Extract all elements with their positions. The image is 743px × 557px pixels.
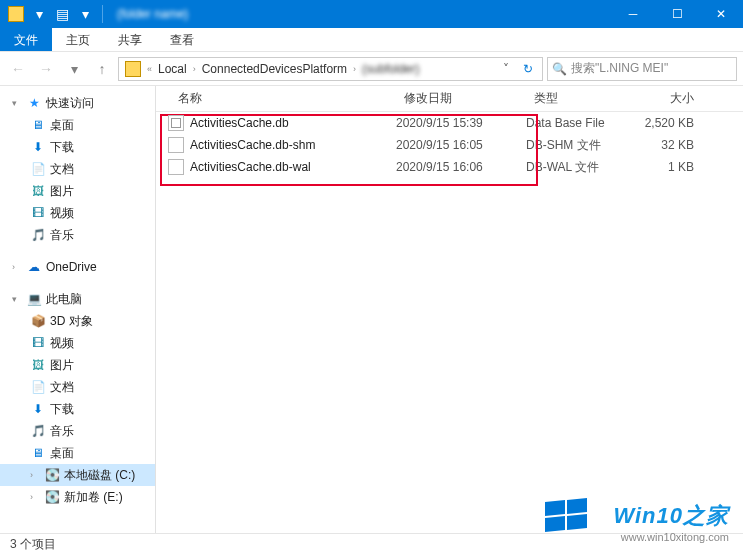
file-rows: ActivitiesCache.db 2020/9/15 15:39 Data … xyxy=(156,112,743,178)
column-headers: 名称 修改日期 类型 大小 xyxy=(156,86,743,112)
navigation-pane: ▾★快速访问 🖥桌面 ⬇下载 📄文档 🖼图片 🎞视频 🎵音乐 ›☁OneDriv… xyxy=(0,86,156,533)
title-bar: ▾ ▤ ▾ (folder name) ─ ☐ ✕ xyxy=(0,0,743,28)
qat-dropdown-icon[interactable]: ▾ xyxy=(29,4,49,24)
history-dropdown-icon[interactable]: ▾ xyxy=(62,57,86,81)
sidebar-item-music[interactable]: 🎵音乐 xyxy=(0,224,155,246)
status-bar: 3 个项目 xyxy=(0,533,743,555)
folder-icon xyxy=(125,61,141,77)
ribbon-tabs: 文件 主页 共享 查看 xyxy=(0,28,743,52)
file-icon xyxy=(168,159,184,175)
column-name[interactable]: 名称 xyxy=(156,90,396,107)
sidebar-item-desktop[interactable]: 🖥桌面 xyxy=(0,114,155,136)
tab-view[interactable]: 查看 xyxy=(156,28,208,51)
back-button[interactable]: ← xyxy=(6,57,30,81)
qat-overflow-icon[interactable]: ▾ xyxy=(75,4,95,24)
close-button[interactable]: ✕ xyxy=(699,0,743,28)
sidebar-item-videos2[interactable]: 🎞视频 xyxy=(0,332,155,354)
address-bar[interactable]: « Local › ConnectedDevicesPlatform › (su… xyxy=(118,57,543,81)
sidebar-item-videos[interactable]: 🎞视频 xyxy=(0,202,155,224)
file-icon xyxy=(168,137,184,153)
sidebar-item-desktop2[interactable]: 🖥桌面 xyxy=(0,442,155,464)
tab-file[interactable]: 文件 xyxy=(0,28,52,51)
status-item-count: 3 个项目 xyxy=(10,536,56,553)
sidebar-item-music2[interactable]: 🎵音乐 xyxy=(0,420,155,442)
sidebar-item-pictures[interactable]: 🖼图片 xyxy=(0,180,155,202)
up-button[interactable]: ↑ xyxy=(90,57,114,81)
sidebar-item-quick-access[interactable]: ▾★快速访问 xyxy=(0,92,155,114)
breadcrumb[interactable]: Local xyxy=(154,62,191,76)
sidebar-item-onedrive[interactable]: ›☁OneDrive xyxy=(0,256,155,278)
refresh-button[interactable]: ↻ xyxy=(516,62,540,76)
sidebar-item-documents[interactable]: 📄文档 xyxy=(0,158,155,180)
breadcrumb[interactable]: ConnectedDevicesPlatform xyxy=(198,62,351,76)
search-input[interactable]: 🔍 搜索"L.NING MEI" xyxy=(547,57,737,81)
tab-home[interactable]: 主页 xyxy=(52,28,104,51)
sidebar-item-thispc[interactable]: ▾💻此电脑 xyxy=(0,288,155,310)
window-title: (folder name) xyxy=(107,7,611,21)
file-row[interactable]: ActivitiesCache.db 2020/9/15 15:39 Data … xyxy=(156,112,743,134)
sidebar-item-disk-c[interactable]: ›💽本地磁盘 (C:) xyxy=(0,464,155,486)
file-list-pane: 名称 修改日期 类型 大小 ActivitiesCache.db 2020/9/… xyxy=(156,86,743,533)
sidebar-item-3dobjects[interactable]: 📦3D 对象 xyxy=(0,310,155,332)
minimize-button[interactable]: ─ xyxy=(611,0,655,28)
file-row[interactable]: ActivitiesCache.db-wal 2020/9/15 16:06 D… xyxy=(156,156,743,178)
chevron-right-icon: › xyxy=(191,64,198,74)
navigation-bar: ← → ▾ ↑ « Local › ConnectedDevicesPlatfo… xyxy=(0,52,743,86)
sidebar-item-downloads[interactable]: ⬇下载 xyxy=(0,136,155,158)
quick-access-toolbar: ▾ ▤ ▾ xyxy=(0,4,107,24)
file-row[interactable]: ActivitiesCache.db-shm 2020/9/15 16:05 D… xyxy=(156,134,743,156)
chevron-left-icon[interactable]: « xyxy=(145,64,154,74)
forward-button[interactable]: → xyxy=(34,57,58,81)
chevron-right-icon: › xyxy=(351,64,358,74)
folder-icon xyxy=(6,4,26,24)
column-size[interactable]: 大小 xyxy=(638,90,708,107)
address-dropdown-icon[interactable]: ˅ xyxy=(496,62,516,76)
sidebar-item-pictures2[interactable]: 🖼图片 xyxy=(0,354,155,376)
separator xyxy=(102,5,103,23)
column-date[interactable]: 修改日期 xyxy=(396,90,526,107)
sidebar-item-documents2[interactable]: 📄文档 xyxy=(0,376,155,398)
sidebar-item-disk-e[interactable]: ›💽新加卷 (E:) xyxy=(0,486,155,508)
maximize-button[interactable]: ☐ xyxy=(655,0,699,28)
search-icon: 🔍 xyxy=(552,62,567,76)
column-type[interactable]: 类型 xyxy=(526,90,638,107)
search-placeholder: 搜索"L.NING MEI" xyxy=(571,60,668,77)
tab-share[interactable]: 共享 xyxy=(104,28,156,51)
breadcrumb-current[interactable]: (subfolder) xyxy=(358,62,423,76)
properties-icon[interactable]: ▤ xyxy=(52,4,72,24)
file-icon xyxy=(168,115,184,131)
sidebar-item-downloads2[interactable]: ⬇下载 xyxy=(0,398,155,420)
